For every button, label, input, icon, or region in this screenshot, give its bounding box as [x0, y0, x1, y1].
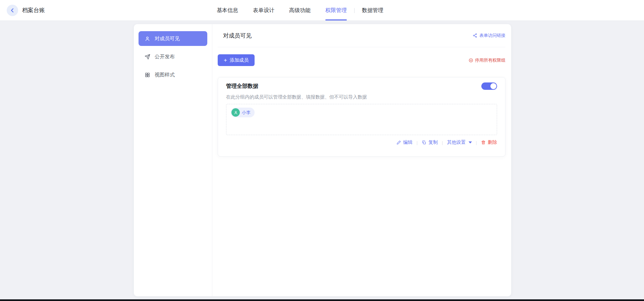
member-name: 小李	[242, 110, 251, 116]
sidebar-item-public-publish[interactable]: 公开发布	[139, 49, 207, 64]
sidebar-item-label: 对成员可见	[155, 36, 180, 42]
plus-icon: +	[224, 57, 227, 63]
grid-icon	[145, 72, 150, 78]
permission-group-card: 管理全部数据 在此分组内的成员可以管理全部数据、填报数据、但不可以导入数据 小李	[218, 77, 505, 157]
permission-group-description: 在此分组内的成员可以管理全部数据、填报数据、但不可以导入数据	[226, 94, 497, 100]
tab-form-design[interactable]: 表单设计	[246, 0, 282, 21]
main-header: 对成员可见 表单访问链接	[218, 24, 505, 47]
other-settings-dropdown[interactable]: 其他设置	[447, 139, 472, 145]
permission-group-title: 管理全部数据	[226, 83, 258, 90]
share-nodes-icon	[473, 33, 477, 38]
topbar: 档案台账 基本信息 表单设计 高级功能 权限管理 数据管理	[0, 0, 644, 21]
pencil-icon	[396, 140, 401, 145]
toolbar: + 添加成员 停用所有权限组	[218, 54, 505, 66]
settings-sidebar: 对成员可见 公开发布 视图样式	[134, 24, 212, 296]
avatar	[231, 108, 240, 117]
permission-group-header: 管理全部数据	[226, 82, 497, 90]
trash-icon	[481, 140, 486, 145]
card-action-bar: 编辑 | 复制 | 其他设置 |	[226, 139, 497, 145]
toggle-knob	[490, 83, 496, 89]
tab-basic-info[interactable]: 基本信息	[209, 0, 246, 21]
delete-button[interactable]: 删除	[481, 139, 497, 145]
top-tabs: 基本信息 表单设计 高级功能 权限管理 数据管理	[209, 0, 391, 21]
page-title: 档案台账	[22, 6, 45, 14]
edit-button[interactable]: 编辑	[396, 139, 413, 145]
sidebar-item-visible-to-members[interactable]: 对成员可见	[139, 31, 207, 46]
disable-all-permission-groups-button[interactable]: 停用所有权限组	[469, 57, 505, 63]
bottom-strip	[0, 299, 644, 301]
pause-circle-icon	[469, 58, 473, 63]
action-divider: |	[442, 140, 443, 145]
user-icon	[233, 110, 238, 115]
copy-icon	[422, 140, 426, 145]
caret-down-icon	[469, 141, 472, 143]
tab-advanced-features[interactable]: 高级功能	[282, 0, 318, 21]
tab-permission-management[interactable]: 权限管理	[318, 0, 354, 21]
action-divider: |	[476, 140, 477, 145]
member-chip[interactable]: 小李	[231, 108, 255, 117]
member-list-area[interactable]: 小李	[226, 104, 497, 135]
chevron-left-icon	[10, 8, 15, 13]
sidebar-item-label: 公开发布	[155, 54, 175, 60]
user-icon	[145, 36, 150, 42]
main-area: 对成员可见 表单访问链接 + 添加成员 停用所有权限组 管理全	[212, 24, 511, 296]
tab-data-management[interactable]: 数据管理	[355, 0, 391, 21]
form-access-link[interactable]: 表单访问链接	[473, 33, 505, 39]
copy-button[interactable]: 复制	[422, 139, 438, 145]
back-button[interactable]	[7, 5, 18, 16]
send-icon	[145, 54, 150, 60]
content-panel: 对成员可见 公开发布 视图样式 对成员可见 表单访问链接	[134, 24, 511, 296]
add-member-button[interactable]: + 添加成员	[218, 54, 255, 66]
group-enabled-toggle[interactable]	[481, 82, 497, 90]
sidebar-item-label: 视图样式	[155, 72, 175, 78]
sidebar-item-view-style[interactable]: 视图样式	[139, 67, 207, 82]
section-title: 对成员可见	[223, 32, 252, 40]
action-divider: |	[417, 140, 418, 145]
active-tab-underline	[325, 19, 347, 20]
